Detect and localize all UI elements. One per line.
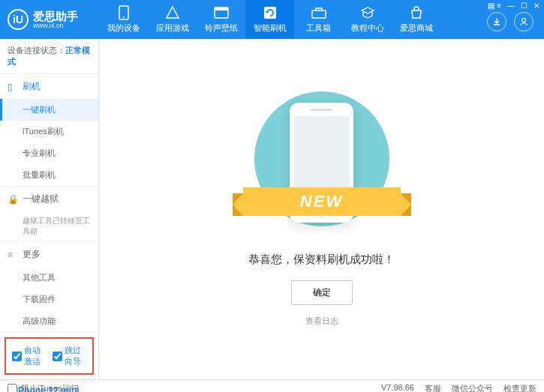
update-link[interactable]: 检查更新 (503, 383, 536, 392)
close-icon[interactable]: ✕ (533, 1, 539, 10)
sidebar-item-advanced[interactable]: 高级功能 (0, 310, 98, 332)
block-itunes-checkbox[interactable]: 阻止iTunes运行 (8, 383, 79, 392)
view-log-link[interactable]: 查看日志 (305, 316, 338, 327)
checkbox-area: 自动激活 跳过向导 (5, 337, 94, 375)
sidebar-item-other-tools[interactable]: 其他工具 (0, 267, 98, 289)
main-nav: 我的设备 应用游戏 铃声壁纸 智能刷机 工具箱 教程中心 爱思商城 (99, 0, 440, 39)
nav-toolbox[interactable]: 工具箱 (294, 0, 343, 39)
sidebar-item-itunes-flash[interactable]: iTunes刷机 (0, 121, 98, 142)
sidebar-item-batch-flash[interactable]: 批量刷机 (0, 164, 98, 186)
main-content: NEW 恭喜您，保资料刷机成功啦！ 确定 查看日志 (99, 39, 544, 379)
sidebar-item-download-fw[interactable]: 下载固件 (0, 289, 98, 310)
toolbox-icon (311, 5, 326, 20)
logo-section: iU 爱思助手 www.i4.cn (0, 9, 99, 30)
nav-apps[interactable]: 应用游戏 (148, 0, 197, 39)
maximize-icon[interactable]: ☐ (521, 1, 527, 10)
svg-rect-3 (215, 7, 228, 10)
svg-rect-5 (312, 10, 326, 18)
sidebar: 设备连接状态：正常模式 ▯刷机 一键刷机 iTunes刷机 专业刷机 批量刷机 … (0, 39, 99, 379)
jailbreak-note: 越狱工具已转移至工具箱 (0, 211, 98, 241)
apps-icon (165, 5, 180, 20)
list-icon: ≡ (8, 250, 18, 260)
wechat-link[interactable]: 微信公众号 (452, 383, 493, 392)
lock-icon: 🔒 (8, 194, 18, 205)
auto-activate-checkbox[interactable]: 自动激活 (12, 345, 47, 367)
new-ribbon: NEW (243, 187, 401, 219)
store-icon (409, 5, 424, 20)
menu-icon[interactable]: ▤ ≡ (488, 1, 501, 10)
flash-icon (263, 5, 278, 20)
app-name: 爱思助手 (33, 10, 78, 22)
sidebar-item-oneclick-flash[interactable]: 一键刷机 (0, 99, 98, 121)
sidebar-section-flash[interactable]: ▯刷机 (0, 74, 98, 99)
window-controls: ▤ ≡ — ☐ ✕ (488, 1, 539, 10)
version-label: V7.98.66 (381, 383, 414, 392)
phone-icon: ▯ (8, 82, 18, 92)
app-url: www.i4.cn (33, 22, 78, 29)
phone-icon (116, 5, 131, 20)
nav-my-device[interactable]: 我的设备 (99, 0, 148, 39)
success-illustration: NEW (243, 91, 401, 241)
minimize-icon[interactable]: — (507, 1, 515, 10)
title-bar: iU 爱思助手 www.i4.cn 我的设备 应用游戏 铃声壁纸 智能刷机 工具… (0, 0, 544, 39)
success-message: 恭喜您，保资料刷机成功啦！ (248, 253, 395, 267)
download-button[interactable] (487, 12, 506, 31)
ok-button[interactable]: 确定 (291, 280, 353, 305)
sidebar-item-pro-flash[interactable]: 专业刷机 (0, 142, 98, 164)
nav-ringtones[interactable]: 铃声壁纸 (197, 0, 245, 39)
service-link[interactable]: 客服 (425, 383, 441, 392)
skip-guide-checkbox[interactable]: 跳过向导 (53, 345, 87, 367)
tutorial-icon (360, 5, 375, 20)
nav-tutorial[interactable]: 教程中心 (343, 0, 392, 39)
svg-rect-4 (264, 7, 276, 19)
logo-icon: iU (8, 9, 29, 30)
user-button[interactable] (514, 12, 533, 31)
wallpaper-icon (214, 5, 229, 20)
svg-point-6 (522, 19, 526, 22)
connection-status: 设备连接状态：正常模式 (0, 39, 98, 74)
logo-text: 爱思助手 www.i4.cn (33, 10, 78, 29)
nav-flash[interactable]: 智能刷机 (245, 0, 294, 39)
sidebar-section-more[interactable]: ≡更多 (0, 242, 98, 267)
svg-point-1 (123, 16, 125, 18)
sidebar-section-jailbreak[interactable]: 🔒一键越狱 (0, 187, 98, 211)
nav-store[interactable]: 爱思商城 (392, 0, 440, 39)
